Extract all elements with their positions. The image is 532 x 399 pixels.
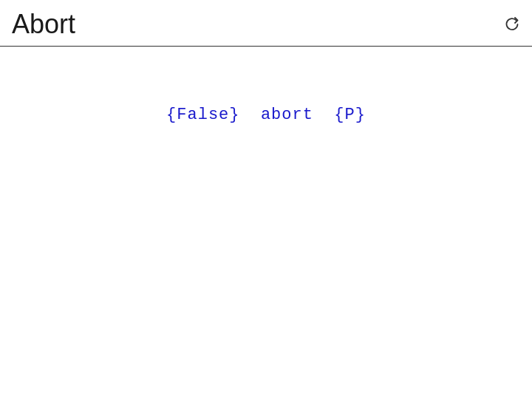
page-title: Abort	[12, 9, 75, 40]
content-area: {False} abort {P}	[0, 47, 532, 124]
code-expression: {False} abort {P}	[166, 106, 366, 124]
page-header: Abort	[0, 0, 532, 47]
refresh-icon[interactable]	[504, 16, 520, 33]
